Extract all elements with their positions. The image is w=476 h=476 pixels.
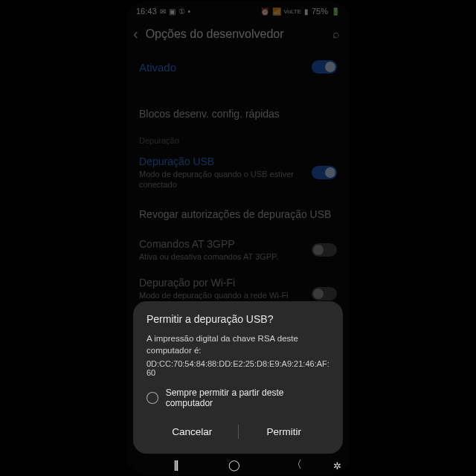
status-right: ⏰ 📶 VoLTE ▮ 75% 🔋 (260, 7, 340, 16)
recents-key[interactable]: ||| (174, 459, 178, 471)
always-allow-row[interactable]: Sempre permitir a partir deste computado… (147, 387, 329, 408)
wifi-icon: 📶 (272, 7, 281, 16)
dialog-body: A impressão digital da chave RSA deste c… (147, 332, 329, 356)
phone-frame: 16:43 ✉ ▣ ① • ⏰ 📶 VoLTE ▮ 75% 🔋 ‹ Opções… (126, 1, 350, 475)
revoke-title: Revogar autorizações de depuração USB (139, 208, 331, 220)
status-left: 16:43 ✉ ▣ ① • (136, 7, 190, 16)
accessibility-icon[interactable]: ✲ (333, 460, 341, 472)
signal-icon: ▮ (304, 7, 309, 16)
status-time: 16:43 (136, 7, 157, 16)
battery-icon: 🔋 (331, 7, 340, 16)
at3gpp-sub: Ativa ou desativa comandos AT 3GPP. (139, 251, 304, 262)
quick-tiles-label: Blocos desenv. config. rápidas (139, 108, 280, 120)
notification-icon: ① (178, 7, 185, 16)
dialog-fingerprint: 0D:CC:70:54:84:88:DD:E2:25:D8:E9:A9:21:4… (147, 359, 329, 377)
nav-bar: ||| ◯ 〈 (126, 455, 350, 475)
at3gpp-row[interactable]: Comandos AT 3GPP Ativa ou desativa coman… (126, 231, 350, 269)
allow-button[interactable]: Permitir (239, 420, 330, 443)
battery-percent: 75% (312, 7, 328, 16)
wifi-debug-title: Depuração por Wi-Fi (139, 277, 304, 289)
screen-content: ‹ Opções do desenvolvedor ⌕ Ativado Bloc… (126, 21, 350, 318)
always-allow-checkbox[interactable] (147, 392, 158, 404)
always-allow-label: Sempre permitir a partir deste computado… (166, 387, 329, 408)
usb-debug-sub: Modo de depuração quando o USB estiver c… (139, 169, 304, 190)
cancel-button[interactable]: Cancelar (147, 420, 238, 443)
wifi-debug-toggle[interactable] (312, 287, 337, 300)
usb-debug-row[interactable]: Depuração USB Modo de depuração quando o… (126, 148, 350, 198)
section-debug-label: Depuração (126, 130, 350, 148)
notification-icon: • (188, 7, 191, 16)
revoke-row[interactable]: Revogar autorizações de depuração USB (126, 198, 350, 231)
app-header: ‹ Opções do desenvolvedor ⌕ (126, 21, 350, 50)
usb-debug-dialog: Permitir a depuração USB? A impressão di… (133, 301, 343, 454)
page-title: Opções do desenvolvedor (146, 28, 325, 41)
activated-row[interactable]: Ativado (126, 50, 350, 84)
notification-icon: ▣ (169, 7, 176, 16)
alarm-icon: ⏰ (260, 7, 269, 16)
quick-tiles-row[interactable]: Blocos desenv. config. rápidas (126, 97, 350, 130)
dialog-actions: Cancelar Permitir (147, 416, 329, 449)
volte-icon: VoLTE (284, 8, 301, 15)
back-icon[interactable]: ‹ (133, 25, 138, 42)
home-key[interactable]: ◯ (228, 459, 240, 471)
notification-icon: ✉ (160, 7, 166, 16)
back-key[interactable]: 〈 (292, 458, 302, 472)
usb-debug-title: Depuração USB (139, 155, 304, 167)
dialog-title: Permitir a depuração USB? (147, 313, 329, 325)
search-icon[interactable]: ⌕ (332, 28, 340, 41)
activated-toggle[interactable] (312, 60, 337, 74)
status-bar: 16:43 ✉ ▣ ① • ⏰ 📶 VoLTE ▮ 75% 🔋 (126, 1, 350, 21)
at3gpp-title: Comandos AT 3GPP (139, 238, 304, 250)
at3gpp-toggle[interactable] (312, 243, 337, 257)
activated-label: Ativado (139, 61, 176, 74)
usb-debug-toggle[interactable] (312, 166, 337, 179)
